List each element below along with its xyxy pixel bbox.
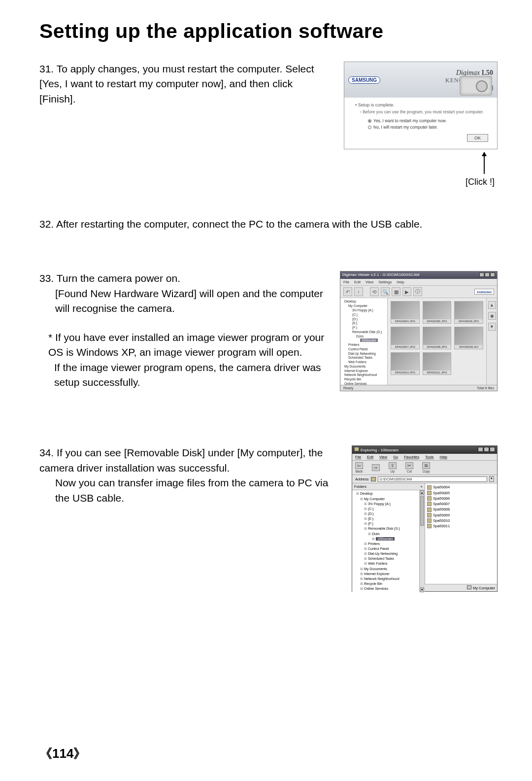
- tree-node[interactable]: Removable Disk (G:): [341, 330, 386, 335]
- toolbar-button[interactable]: ⧉Copy: [422, 462, 430, 473]
- toolbar-button[interactable]: ⇧Up: [389, 462, 397, 473]
- file-item[interactable]: Spa50008: [427, 507, 495, 512]
- window-controls[interactable]: [477, 447, 495, 453]
- file-item[interactable]: Spa50009: [427, 512, 495, 518]
- explorer-folder-tree[interactable]: ⊞ Desktop⊞ My Computer⊞ 3½ Floppy (A:)⊞ …: [352, 490, 419, 592]
- tree-scrollbar[interactable]: ▴▾: [419, 490, 425, 592]
- menu-item[interactable]: Edit: [354, 280, 361, 284]
- tree-node[interactable]: Dial-Up Networking: [341, 352, 386, 356]
- tool-up-icon[interactable]: ↑: [354, 287, 363, 296]
- ok-button[interactable]: OK: [467, 134, 488, 142]
- thumbnail[interactable]: SPA50011.JPG: [423, 352, 452, 375]
- tree-node[interactable]: Desktop: [341, 300, 386, 304]
- tree-node[interactable]: Scheduled Tasks: [341, 356, 386, 360]
- toolbar-button[interactable]: ✂Cut: [405, 462, 413, 473]
- thumbnail[interactable]: SPA50005.JPG: [423, 301, 452, 324]
- menu-item[interactable]: View: [366, 280, 373, 284]
- tree-node[interactable]: Internet Explorer: [341, 369, 386, 374]
- menu-item[interactable]: File: [355, 455, 361, 459]
- side-up-icon[interactable]: ▲: [488, 301, 496, 309]
- file-item[interactable]: Spa50004: [427, 484, 495, 490]
- tree-node[interactable]: ⊞ Control Panel: [353, 546, 418, 551]
- address-dropdown-icon[interactable]: ▾: [489, 476, 494, 482]
- tree-node[interactable]: ⊞ My Computer: [353, 497, 418, 502]
- tree-node[interactable]: ⊞ Network Neighborhood: [353, 577, 418, 581]
- thumbnail[interactable]: SPA50007.JPG: [391, 327, 420, 349]
- tree-node[interactable]: ⊞ Web Folders: [353, 561, 418, 566]
- toolbar-button[interactable]: ⇨: [372, 464, 380, 472]
- tool-zoom-icon[interactable]: 🔍: [381, 287, 390, 296]
- menu-item[interactable]: Settings: [378, 280, 392, 284]
- tool-info-icon[interactable]: ⓘ: [413, 287, 422, 296]
- menu-item[interactable]: Help: [440, 455, 447, 459]
- tree-node[interactable]: ⊞ Printers: [353, 542, 418, 546]
- menu-item[interactable]: Edit: [367, 455, 373, 459]
- file-item[interactable]: Spa50007: [427, 501, 495, 507]
- tree-node[interactable]: (F:): [341, 326, 386, 330]
- address-field[interactable]: G:\DCIM\100SSCAM: [378, 476, 487, 482]
- tree-node[interactable]: ⊞ 3½ Floppy (A:): [353, 502, 418, 507]
- menu-item[interactable]: File: [343, 280, 349, 284]
- file-item[interactable]: Spa50010: [427, 518, 495, 523]
- thumbnail[interactable]: SPA50006.JPG: [454, 301, 483, 324]
- viewer-toolbar[interactable]: ↶ ↑ ⟲ 🔍 ▦ ▶ ⓘ SAMSUNG: [340, 285, 497, 298]
- close-panel-icon[interactable]: ×: [421, 484, 423, 489]
- tree-node[interactable]: (D:): [341, 317, 386, 322]
- viewer-thumbnails[interactable]: SPA50004.JPGSPA50005.JPGSPA50006.JPGSPA5…: [388, 298, 486, 385]
- menu-item[interactable]: Tools: [425, 455, 434, 459]
- tree-node[interactable]: Printers: [341, 343, 386, 347]
- tree-node[interactable]: My Computer: [341, 304, 386, 308]
- file-item[interactable]: Spa50005: [427, 490, 495, 496]
- viewer-folder-tree[interactable]: DesktopMy Computer3½ Floppy (A:)(C:)(D:)…: [340, 298, 388, 385]
- tree-node[interactable]: ⊞ My Documents: [353, 567, 418, 572]
- explorer-file-list[interactable]: Spa50004Spa50005Spa50006Spa50007Spa50008…: [425, 483, 497, 584]
- file-item[interactable]: Spa50006: [427, 496, 495, 501]
- tree-node[interactable]: ⊞ 100sscam: [353, 537, 418, 542]
- tree-node[interactable]: ⊞ Recycle Bin: [353, 581, 418, 586]
- tool-grid-icon[interactable]: ▦: [392, 287, 400, 296]
- radio-restart-later[interactable]: No, I will restart my computer later.: [368, 125, 488, 130]
- file-item[interactable]: Spa50011: [427, 523, 495, 529]
- tree-node[interactable]: 3½ Floppy (A:): [341, 308, 386, 313]
- tool-slide-icon[interactable]: ▶: [402, 287, 411, 296]
- tree-node[interactable]: ⊞ Desktop: [353, 491, 418, 496]
- explorer-address-bar[interactable]: Address G:\DCIM\100SSCAM ▾: [352, 475, 497, 483]
- radio-restart-now[interactable]: Yes, I want to restart my computer now.: [368, 118, 488, 123]
- tree-node[interactable]: (E:): [341, 321, 386, 326]
- tree-node[interactable]: ⊞ (D:): [353, 511, 418, 516]
- toolbar-button[interactable]: ⇦Back: [355, 462, 363, 473]
- tree-node[interactable]: My Documents: [341, 365, 386, 369]
- tree-node[interactable]: ⊞ Removable Disk (G:): [353, 526, 418, 531]
- menu-item[interactable]: Go: [393, 455, 398, 459]
- side-select-icon[interactable]: ◉: [488, 312, 496, 320]
- tree-node[interactable]: Recycle Bin: [341, 377, 386, 382]
- tool-back-icon[interactable]: ↶: [343, 287, 352, 296]
- viewer-menubar[interactable]: FileEditViewSettingsHelp: [340, 279, 497, 285]
- side-down-icon[interactable]: ▼: [488, 323, 496, 331]
- menu-item[interactable]: View: [379, 455, 387, 459]
- tree-node[interactable]: ⊞ Internet Explorer: [353, 572, 418, 577]
- tree-node[interactable]: ⊞ Dcim: [353, 532, 418, 537]
- tree-node[interactable]: (C:): [341, 313, 386, 317]
- tree-node[interactable]: 100sscam: [341, 339, 386, 343]
- menu-item[interactable]: Help: [397, 280, 404, 284]
- tree-node[interactable]: ⊞ (E:): [353, 516, 418, 521]
- menu-item[interactable]: Favorites: [404, 455, 419, 459]
- tool-rotate-icon[interactable]: ⟲: [370, 287, 379, 296]
- tree-node[interactable]: ⊞ (C:): [353, 507, 418, 511]
- tree-node[interactable]: Network Neighborhood: [341, 373, 386, 377]
- tree-node[interactable]: ⊞ Online Services: [353, 586, 418, 591]
- thumbnail[interactable]: SPA50009.AVI: [454, 327, 483, 349]
- explorer-toolbar[interactable]: ⇦Back⇨⇧Up✂Cut⧉Copy: [352, 460, 497, 475]
- tree-node[interactable]: Web Folders: [341, 360, 386, 365]
- tree-node[interactable]: ⊞ Dial-Up Networking: [353, 551, 418, 556]
- tree-node[interactable]: Control Panel: [341, 347, 386, 352]
- tree-node[interactable]: ⊞ Scheduled Tasks: [353, 556, 418, 561]
- tree-node[interactable]: Dcim: [341, 335, 386, 339]
- thumbnail[interactable]: SPA50004.JPG: [391, 301, 420, 324]
- tree-node[interactable]: ⊞ (F:): [353, 521, 418, 526]
- viewer-side-toolbar[interactable]: ▲ ◉ ▼: [486, 298, 497, 385]
- thumbnail[interactable]: SPA50008.JPG: [423, 327, 452, 349]
- thumbnail[interactable]: SPA50010.JPG: [391, 352, 420, 375]
- explorer-menubar[interactable]: FileEditViewGoFavoritesToolsHelp: [352, 454, 497, 460]
